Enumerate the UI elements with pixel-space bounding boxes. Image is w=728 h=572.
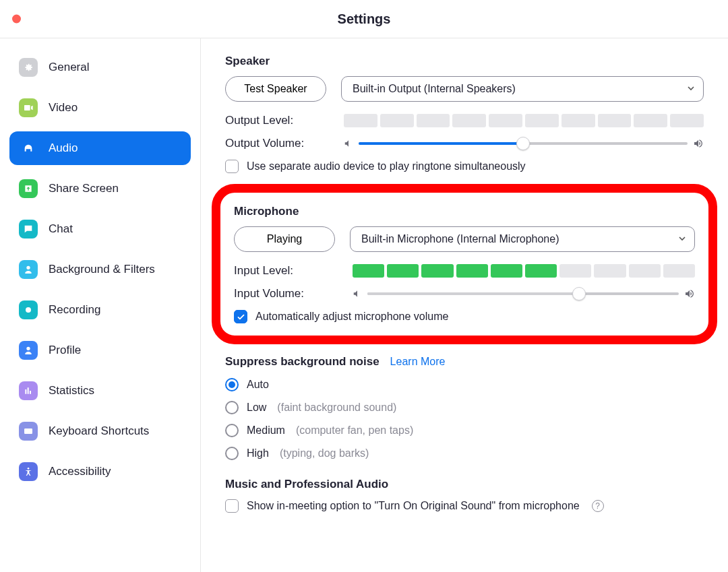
sidebar-item-label: Recording [49,303,101,317]
radio-icon[interactable] [225,424,239,437]
speaker-title: Speaker [225,55,704,68]
microphone-title: Microphone [234,205,695,218]
original-sound-checkbox[interactable] [225,499,239,513]
volume-low-icon [353,289,362,298]
ringtone-device-label: Use separate audio device to play ringto… [247,160,526,172]
music-audio-title: Music and Professional Audio [225,478,704,491]
meter-segment [456,264,488,278]
input-volume-slider[interactable] [367,292,679,295]
share-icon [19,179,38,198]
suppress-option-low[interactable]: Low(faint background sound) [225,401,704,414]
suppress-noise-options: AutoLow(faint background sound)Medium(co… [225,378,704,460]
sidebar-item-label: Background & Filters [49,263,155,276]
microphone-section-highlight: Microphone Playing Built-in Microphone (… [212,184,717,344]
suppress-option-auto[interactable]: Auto [225,378,704,391]
suppress-option-hint: (typing, dog barks) [280,447,369,459]
ringtone-device-checkbox[interactable] [225,160,239,173]
output-level-meter [344,114,704,127]
volume-high-icon [693,138,704,149]
speaker-device-value: Built-in Output (Internal Speakers) [353,83,516,95]
suppress-option-hint: (faint background sound) [277,402,396,414]
suppress-option-label: Low [247,402,266,414]
output-volume-label: Output Volume: [225,137,344,150]
chat-icon [19,220,38,239]
meter-segment [634,114,667,127]
sidebar-item-profile[interactable]: Profile [9,333,191,367]
meter-segment [353,264,384,278]
sidebar-item-chat[interactable]: Chat [9,212,191,246]
meter-segment [380,114,414,127]
auto-adjust-mic-checkbox[interactable] [234,310,247,323]
speaker-device-select[interactable]: Built-in Output (Internal Speakers) [341,76,704,102]
suppress-noise-learn-more-link[interactable]: Learn More [390,356,446,368]
sidebar-item-label: Accessibility [49,465,111,478]
radio-icon[interactable] [225,378,239,391]
sidebar-item-bg-filters[interactable]: Background & Filters [9,253,191,286]
auto-adjust-mic-label: Automatically adjust microphone volume [255,311,448,323]
volume-high-icon [684,288,695,299]
gear-icon [19,58,38,77]
radio-icon[interactable] [225,447,239,460]
test-speaker-button[interactable]: Test Speaker [225,76,326,102]
sidebar-item-share-screen[interactable]: Share Screen [9,172,191,205]
person-icon [19,341,38,360]
meter-segment [562,114,595,127]
settings-panel-audio: Speaker Test Speaker Built-in Output (In… [201,38,728,572]
sidebar-item-label: Chat [49,222,73,236]
sidebar-item-statistics[interactable]: Statistics [9,374,191,408]
person-icon [19,260,38,279]
sidebar-item-label: General [49,61,89,74]
volume-low-icon [344,139,353,148]
meter-segment [559,264,591,278]
chevron-down-icon [678,233,686,245]
input-level-label: Input Level: [234,264,353,278]
sidebar-item-audio[interactable]: Audio [9,131,191,165]
suppress-option-hint: (computer fan, pen taps) [296,424,413,437]
sidebar-item-video[interactable]: Video [9,91,191,125]
radio-icon[interactable] [225,401,239,414]
meter-segment [525,264,557,278]
svg-point-2 [28,468,30,470]
suppress-noise-title: Suppress background noise [225,355,380,369]
meter-segment [489,114,522,127]
suppress-option-label: Auto [247,379,269,391]
original-sound-label: Show in-meeting option to "Turn On Origi… [247,500,580,512]
suppress-option-label: Medium [247,424,285,437]
close-window-icon[interactable] [12,15,21,24]
input-level-meter [353,264,695,278]
sidebar-item-label: Audio [49,141,78,155]
video-icon [19,98,38,117]
suppress-option-medium[interactable]: Medium(computer fan, pen taps) [225,424,704,437]
meter-segment [525,114,559,127]
meter-segment [421,264,453,278]
meter-segment [670,114,704,127]
chevron-down-icon [687,83,695,95]
sidebar-item-label: Share Screen [49,182,119,195]
meter-segment [663,264,695,278]
meter-segment [629,264,661,278]
meter-segment [594,264,626,278]
meter-segment [452,114,486,127]
sidebar-item-recording[interactable]: Recording [9,293,191,327]
record-icon [19,300,38,319]
meter-segment [491,264,522,278]
sidebar-item-keyboard[interactable]: Keyboard Shortcuts [9,414,191,448]
headphones-icon [19,139,38,158]
info-icon[interactable]: ? [592,500,604,512]
settings-sidebar: GeneralVideoAudioShare ScreenChatBackgro… [0,38,201,572]
speaker-section: Speaker Test Speaker Built-in Output (In… [225,55,704,173]
bars-icon [19,381,38,400]
sidebar-item-label: Profile [49,344,81,357]
output-volume-slider[interactable] [359,142,688,145]
title-bar: Settings [0,0,728,38]
sidebar-item-label: Keyboard Shortcuts [49,424,149,438]
meter-segment [387,264,419,278]
suppress-option-high[interactable]: High(typing, dog barks) [225,447,704,460]
sidebar-item-accessibility[interactable]: Accessibility [9,455,191,488]
meter-segment [344,114,377,127]
sidebar-item-general[interactable]: General [9,51,191,84]
accessibility-icon [19,462,38,481]
microphone-device-select[interactable]: Built-in Microphone (Internal Microphone… [350,226,695,252]
test-mic-button[interactable]: Playing [234,226,335,252]
suppress-option-label: High [247,447,269,459]
